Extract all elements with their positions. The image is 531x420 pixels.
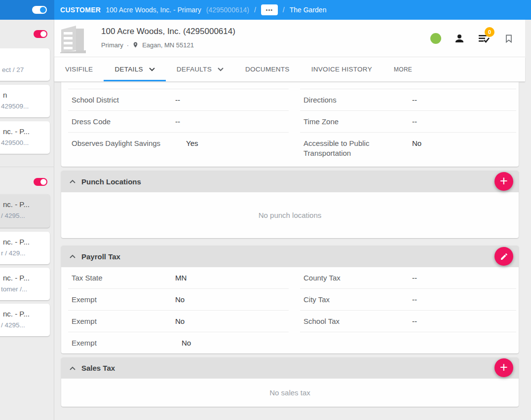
- tab-more[interactable]: MORE: [383, 57, 423, 81]
- section-title: Punch Locations: [81, 177, 141, 186]
- sidebar-group2-toggle[interactable]: [34, 178, 47, 186]
- customer-location: Eagan, MN 55121: [142, 41, 194, 49]
- tab-label: DEFAULTS: [177, 66, 212, 73]
- sales-tax-card: Sales Tax + No sales tax: [61, 357, 519, 407]
- chevron-up-icon[interactable]: [70, 366, 76, 370]
- sidebar-card-title: nc. - P...: [3, 127, 30, 136]
- payroll-right-column: County Tax -- City Tax -- School Tax --: [300, 267, 516, 332]
- toggle-knob: [40, 179, 46, 185]
- bookmark-button[interactable]: [502, 32, 515, 45]
- tab-label: DOCUMENTS: [245, 66, 290, 73]
- table-row: Accessible to Public Transportation No: [300, 133, 516, 161]
- tab-documents[interactable]: DOCUMENTS: [234, 57, 301, 81]
- details-right-column: Directions -- Time Zone -- Accessible to…: [300, 82, 516, 161]
- sidebar-card[interactable]: nc. - P... 429500...: [0, 121, 50, 154]
- plus-icon: +: [500, 175, 508, 188]
- tab-label: VISIFILE: [65, 66, 93, 73]
- dot-separator: ·: [127, 41, 129, 49]
- top-navigation-bar: CUSTOMER 100 Acre Woods, Inc. - Primary …: [0, 0, 531, 20]
- sidebar: ect / 27 n 429509... nc. - P... 429500..…: [0, 20, 54, 420]
- field-value: --: [175, 95, 180, 105]
- add-punch-location-button[interactable]: +: [494, 172, 513, 191]
- breadcrumb-entity-name[interactable]: 100 Acre Woods, Inc. - Primary: [106, 6, 201, 14]
- table-row: Dress Code --: [68, 111, 289, 133]
- tasks-badge: 0: [485, 27, 494, 37]
- chevron-down-icon: [218, 68, 224, 71]
- header-actions: 0: [430, 20, 515, 57]
- sidebar-card[interactable]: nc. - P... / 4295...: [0, 304, 50, 336]
- sidebar-card[interactable]: nc. - P... tomer /...: [0, 268, 50, 300]
- sidebar-group1-toggle[interactable]: [34, 30, 47, 38]
- breadcrumb-ellipsis-button[interactable]: •••: [261, 4, 278, 15]
- sales-tax-header: Sales Tax +: [61, 357, 519, 379]
- table-row: Time Zone --: [300, 111, 516, 133]
- sidebar-card-subtitle: r / 429...: [1, 249, 26, 257]
- sidebar-card-subtitle: / 4295...: [1, 212, 25, 219]
- breadcrumb-separator: /: [254, 6, 256, 14]
- field-label: Exempt: [72, 295, 175, 305]
- table-row: Exempt No: [68, 289, 289, 311]
- breadcrumb-entity-type: CUSTOMER: [60, 6, 101, 14]
- field-value: No: [412, 139, 421, 148]
- punch-locations-empty-message: No punch locations: [61, 192, 519, 238]
- sidebar-section-divider: [0, 167, 54, 167]
- field-value: --: [412, 273, 417, 283]
- tab-defaults[interactable]: DEFAULTS: [166, 57, 234, 81]
- field-label: Exempt: [72, 316, 175, 326]
- tasks-button[interactable]: 0: [478, 32, 491, 45]
- topbar-toggle-knob: [40, 7, 46, 13]
- contact-person-button[interactable]: [453, 32, 466, 45]
- field-value: No: [175, 316, 185, 326]
- tab-label: MORE: [394, 66, 412, 73]
- tab-invoice-history[interactable]: INVOICE HISTORY: [301, 57, 383, 81]
- sidebar-card-subtitle: 429509...: [1, 103, 29, 110]
- tab-visifile[interactable]: VISIFILE: [54, 57, 104, 81]
- table-row: Observes Daylight Savings Yes: [68, 133, 289, 154]
- edit-payroll-tax-button[interactable]: [494, 247, 513, 266]
- sales-tax-empty-message: No sales tax: [61, 379, 519, 407]
- field-value: --: [412, 117, 417, 127]
- sidebar-card[interactable]: nc. - P... r / 429...: [0, 232, 50, 264]
- table-row-partial: [300, 82, 516, 89]
- content-area: School District -- Dress Code -- Observe…: [54, 82, 531, 420]
- payroll-tax-card: Payroll Tax Tax State MN Exempt No Exemp…: [61, 245, 519, 353]
- field-label: Observes Daylight Savings: [72, 139, 186, 148]
- record-type-label: Primary: [101, 41, 123, 49]
- sidebar-card-subtitle: tomer /...: [1, 285, 27, 293]
- details-left-column: School District -- Dress Code -- Observe…: [68, 82, 289, 154]
- topbar-toggle[interactable]: [32, 6, 47, 14]
- customer-title: 100 Acre Woods, Inc. (4295000614): [101, 27, 235, 36]
- tab-label: DETAILS: [114, 66, 143, 73]
- payroll-left-column: Tax State MN Exempt No Exempt No Exempt …: [68, 267, 289, 354]
- table-row: County Tax --: [300, 267, 516, 289]
- table-row: School District --: [68, 89, 289, 111]
- table-row: City Tax --: [300, 289, 516, 311]
- field-value: No: [182, 338, 191, 348]
- tab-details[interactable]: DETAILS: [104, 57, 165, 81]
- table-row: Directions --: [300, 89, 516, 111]
- status-indicator[interactable]: [430, 33, 441, 44]
- sidebar-card-subtitle: 429500...: [1, 139, 29, 146]
- sidebar-card[interactable]: n 429509...: [0, 85, 50, 117]
- field-label: County Tax: [303, 273, 412, 283]
- tab-label: INVOICE HISTORY: [311, 66, 372, 73]
- sidebar-card-counter[interactable]: ect / 27: [0, 48, 50, 81]
- chevron-up-icon[interactable]: [70, 254, 76, 258]
- table-row: Tax State MN: [68, 267, 289, 289]
- sidebar-card-title: nc. - P...: [3, 310, 30, 318]
- details-card: School District -- Dress Code -- Observe…: [61, 82, 519, 167]
- plus-icon: +: [500, 361, 508, 374]
- sidebar-card-title: n: [3, 91, 7, 99]
- field-label: School District: [72, 95, 175, 105]
- sidebar-card-title: nc. - P...: [3, 274, 30, 282]
- field-label: Time Zone: [303, 117, 412, 127]
- breadcrumb-entity-id: (4295000614): [206, 6, 249, 14]
- field-label: City Tax: [303, 295, 412, 305]
- sidebar-card-title: nc. - P...: [3, 200, 30, 209]
- toggle-knob: [40, 31, 46, 37]
- field-label: Tax State: [72, 273, 175, 283]
- sidebar-card-selected[interactable]: nc. - P... / 4295...: [0, 194, 50, 228]
- add-sales-tax-button[interactable]: +: [494, 358, 513, 377]
- chevron-up-icon[interactable]: [70, 179, 76, 183]
- field-label: Accessible to Public Transportation: [303, 139, 412, 158]
